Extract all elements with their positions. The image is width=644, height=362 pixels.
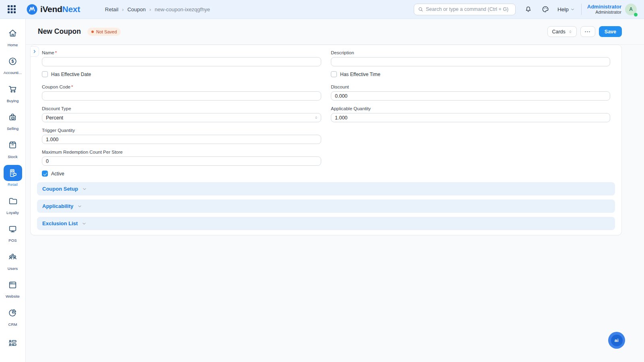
name-field-group: Name*	[42, 50, 321, 66]
discount-type-select[interactable]: Percent	[42, 113, 321, 122]
module-sidebar: Home $ Accounti... Buying Selling	[0, 19, 26, 362]
section-exclusion-list[interactable]: Exclusion List	[37, 217, 615, 230]
status-badge-label: Not Saved	[96, 29, 117, 34]
breadcrumb: Retail › Coupon › new-coupon-ixezqgfhye	[105, 6, 210, 12]
select-updown-icon	[314, 115, 318, 120]
menu-button[interactable]: ···	[580, 26, 595, 37]
name-label: Name*	[42, 50, 321, 55]
checkbox-checked-icon[interactable]	[42, 171, 48, 177]
theme-switcher-button[interactable]	[541, 5, 549, 13]
breadcrumb-coupon[interactable]: Coupon	[127, 6, 146, 12]
sidebar-item-label: Website	[6, 294, 20, 298]
has-effective-date-label: Has Effective Date	[51, 72, 91, 77]
discount-type-field-group: Discount Type Percent	[42, 106, 321, 122]
palette-icon	[541, 5, 549, 13]
ai-assistant-button[interactable]: ai	[608, 332, 625, 349]
coupon-code-input[interactable]	[42, 91, 321, 101]
name-input[interactable]	[42, 57, 321, 66]
chevron-down-icon	[82, 187, 87, 191]
sidebar-item-retail[interactable]: Retail	[0, 162, 25, 190]
sidebar-item-label: Stock	[8, 154, 17, 159]
chevron-down-icon	[570, 7, 575, 12]
trigger-quantity-input[interactable]	[42, 135, 321, 144]
top-header: iVendNext Retail › Coupon › new-coupon-i…	[0, 0, 644, 19]
global-search[interactable]	[414, 4, 516, 15]
max-redemption-input[interactable]	[42, 156, 321, 166]
required-marker: *	[55, 50, 57, 55]
avatar[interactable]: A	[625, 4, 637, 15]
section-coupon-setup[interactable]: Coupon Setup	[37, 182, 615, 195]
topbar-right: Help Administrator Administrator A	[414, 4, 637, 15]
help-menu[interactable]: Help	[557, 6, 575, 12]
sidebar-item-website[interactable]: Website	[0, 274, 25, 302]
section-title: Exclusion List	[42, 220, 78, 226]
sidebar-item-label: Selling	[7, 126, 19, 131]
form-card: Name* Has Effective Date Coupon Code* Di…	[30, 45, 622, 235]
selling-bag-icon	[8, 112, 18, 122]
description-input[interactable]	[331, 57, 610, 66]
notifications-button[interactable]	[524, 5, 533, 13]
has-effective-date-checkbox[interactable]: Has Effective Date	[42, 71, 321, 77]
required-marker: *	[71, 84, 73, 89]
sidebar-item-roles[interactable]	[0, 330, 25, 358]
breadcrumb-current: new-coupon-ixezqgfhye	[155, 6, 210, 12]
applicable-quantity-field-group: Applicable Quantity	[331, 106, 610, 122]
pos-monitor-icon	[8, 224, 18, 234]
chevron-down-icon	[77, 204, 82, 209]
home-icon	[8, 28, 18, 38]
retail-pos-icon	[8, 168, 18, 178]
website-icon	[8, 280, 18, 290]
max-redemption-label: Maximum Redemption Count Per Store	[42, 150, 321, 154]
has-effective-time-checkbox[interactable]: Has Effective Time	[331, 71, 610, 77]
checkbox-icon[interactable]	[331, 71, 337, 77]
buying-cart-icon	[8, 84, 18, 94]
sidebar-item-home[interactable]: Home	[0, 22, 25, 50]
brand-mark-icon	[27, 4, 37, 15]
section-applicability[interactable]: Applicability	[37, 200, 615, 213]
sidebar-item-label: Accounti...	[4, 70, 22, 75]
chevron-down-icon	[82, 221, 87, 226]
sidebar-item-accounting[interactable]: $ Accounti...	[0, 50, 25, 78]
section-title: Applicability	[42, 203, 73, 209]
applicable-quantity-input[interactable]	[331, 113, 610, 122]
page-title: New Coupon	[38, 27, 81, 36]
sidebar-item-selling[interactable]: Selling	[0, 106, 25, 134]
breadcrumb-retail[interactable]: Retail	[105, 6, 118, 12]
accounting-icon: $	[8, 56, 18, 66]
brand-logo[interactable]: iVendNext	[27, 4, 80, 15]
has-effective-time-label: Has Effective Time	[340, 72, 380, 77]
main-content: New Coupon Not Saved Cards ··· Save	[26, 19, 644, 362]
sidebar-item-stock[interactable]: Stock	[0, 134, 25, 162]
apps-grid-icon[interactable]	[7, 5, 16, 14]
discount-input[interactable]	[331, 91, 610, 101]
sidebar-item-users[interactable]: Users	[0, 246, 25, 274]
user-role: Administrator	[587, 10, 621, 15]
active-checkbox[interactable]: Active	[42, 171, 321, 177]
sidebar-item-buying[interactable]: Buying	[0, 78, 25, 106]
crm-pie-icon	[8, 308, 18, 318]
search-input[interactable]	[426, 6, 512, 12]
applicable-quantity-label: Applicable Quantity	[331, 106, 610, 111]
hr-roles-icon	[8, 338, 18, 348]
form-column-right: Description Has Effective Time Discount …	[331, 50, 610, 178]
online-status-dot	[634, 13, 638, 16]
sidebar-expander-button[interactable]	[31, 46, 39, 57]
section-title: Coupon Setup	[42, 186, 78, 192]
sidebar-item-pos[interactable]: POS	[0, 218, 25, 246]
save-button[interactable]: Save	[599, 26, 622, 37]
discount-type-value: Percent	[46, 115, 63, 121]
sidebar-item-label: Users	[8, 266, 18, 271]
sidebar-item-loyalty[interactable]: Loyalty	[0, 190, 25, 218]
view-select[interactable]: Cards	[547, 26, 576, 37]
avatar-initial: A	[629, 6, 633, 12]
sidebar-item-label: Home	[8, 43, 18, 47]
page-titlebar: New Coupon Not Saved Cards ··· Save	[26, 19, 644, 45]
checkbox-icon[interactable]	[42, 71, 48, 77]
user-menu[interactable]: Administrator Administrator	[587, 4, 621, 15]
sidebar-item-crm[interactable]: CRM	[0, 302, 25, 330]
trigger-quantity-field-group: Trigger Quantity	[42, 128, 321, 144]
header-divider	[581, 4, 582, 15]
sort-updown-icon	[568, 29, 572, 34]
brand-text: iVendNext	[40, 4, 80, 14]
discount-type-label: Discount Type	[42, 106, 321, 111]
